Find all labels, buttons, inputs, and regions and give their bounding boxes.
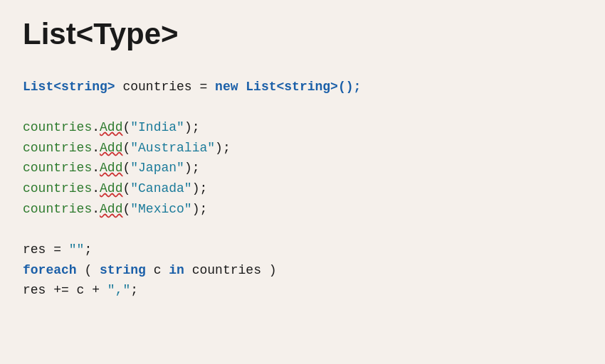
add-canada-line: countries.Add("Canada"); [23, 178, 582, 199]
semicolon-res: ; [84, 242, 92, 257]
add-method-1: Add [100, 120, 122, 134]
paren-close-4: ); [192, 181, 208, 196]
paren-open-5: ( [122, 202, 130, 216]
string-mexico: "Mexico" [130, 202, 191, 216]
add-mexico-line: countries.Add("Mexico"); [23, 199, 582, 220]
list-type: List<string>(); [246, 80, 361, 94]
string-india: "India" [130, 120, 184, 134]
foreach-countries: countries [192, 263, 261, 277]
countries-var-4: countries [23, 181, 92, 196]
countries-var-5: countries [23, 202, 92, 216]
res-init-line: res = ""; [23, 240, 582, 260]
paren-open-4: ( [122, 181, 130, 196]
foreach-paren-close: ) [269, 263, 277, 277]
dot-3: . [92, 161, 100, 175]
paren-close-1: ); [184, 120, 200, 134]
string-australia: "Australia" [130, 141, 215, 155]
paren-open-3: ( [122, 161, 130, 175]
equals: = [199, 80, 215, 94]
add-australia-line: countries.Add("Australia"); [23, 138, 582, 159]
code-block: List<string> countries = new List<string… [23, 77, 582, 301]
dot-4: . [92, 181, 100, 196]
page-title: List<Type> [23, 17, 582, 51]
comma-string: "," [107, 283, 130, 297]
add-india-line: countries.Add("India"); [23, 117, 582, 138]
paren-close-2: ); [215, 141, 231, 155]
dot-2: . [92, 141, 100, 155]
add-method-3: Add [100, 161, 122, 175]
declaration-line: List<string> countries = new List<string… [23, 77, 582, 97]
string-japan: "Japan" [130, 161, 184, 175]
new-keyword: new [215, 80, 238, 94]
blank-line-1 [23, 97, 582, 117]
res-concat-var: res += c + [23, 283, 107, 297]
foreach-line: foreach ( string c in countries ) [23, 260, 582, 281]
paren-open-1: ( [122, 120, 130, 134]
countries-var-2: countries [23, 141, 92, 155]
dot-1: . [92, 120, 100, 134]
var-countries: countries [122, 80, 191, 94]
list-keyword: List<string> [23, 80, 115, 94]
add-method-2: Add [100, 141, 122, 155]
res-var: res = [23, 242, 69, 257]
string-canada: "Canada" [130, 181, 191, 196]
countries-var-1: countries [23, 120, 92, 134]
add-method-5: Add [100, 202, 122, 216]
paren-close-3: ); [184, 161, 200, 175]
semicolon-concat: ; [130, 283, 138, 297]
string-type-keyword: string [100, 263, 146, 277]
empty-string: "" [69, 242, 85, 257]
c-var: c [154, 263, 169, 277]
foreach-paren-open: ( [84, 263, 92, 277]
in-keyword: in [169, 263, 184, 277]
res-concat-line: res += c + ","; [23, 280, 582, 301]
paren-open-2: ( [122, 141, 130, 155]
main-container: List<Type> List<string> countries = new … [0, 0, 605, 318]
countries-var-3: countries [23, 161, 92, 175]
foreach-keyword: foreach [23, 263, 77, 277]
paren-close-5: ); [192, 202, 208, 216]
add-japan-line: countries.Add("Japan"); [23, 158, 582, 178]
add-method-4: Add [100, 181, 122, 196]
dot-5: . [92, 202, 100, 216]
blank-line-2 [23, 220, 582, 240]
